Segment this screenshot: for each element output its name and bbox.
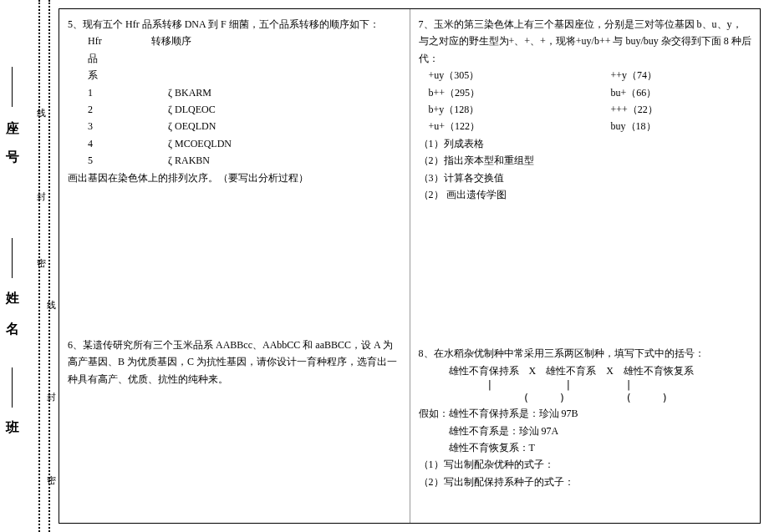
q8-diagram: | | | ( ) ( )	[419, 379, 752, 405]
underline-name	[12, 238, 13, 278]
q8-assume: 假如：雄性不育保持系是：珍汕 97B	[419, 405, 752, 422]
page-frame: 5、现有五个 Hfr 品系转移 DNA 到 F 细菌，五个品系转移的顺序如下： …	[59, 8, 761, 524]
q5-title: 5、现有五个 Hfr 品系转移 DNA 到 F 细菌，五个品系转移的顺序如下：	[68, 16, 401, 33]
underline-class	[12, 367, 13, 408]
label-seat: 座 号	[3, 109, 21, 148]
q7-data: +uy（305）	[419, 67, 519, 84]
q5-row-seq: ζ MCOEQLDN	[168, 135, 232, 152]
q7-data: buy（18）	[611, 118, 711, 134]
q7-data: ++y（74）	[611, 67, 711, 84]
q5-row-n: 1	[68, 84, 101, 101]
q7-item: （3）计算各交换值	[419, 170, 752, 186]
q5-header-b: 转移顺序	[151, 33, 191, 84]
underline-seat	[12, 67, 13, 107]
q7-item: （2）指出亲本型和重组型	[419, 152, 752, 169]
q8-p2: （2）写出制配保持系种子的式子：	[419, 474, 752, 490]
q5-row-seq: ζ DLQEOC	[168, 101, 216, 118]
left-column: 5、现有五个 Hfr 品系转移 DNA 到 F 细菌，五个品系转移的顺序如下： …	[59, 9, 410, 523]
right-column: 7、玉米的第三染色体上有三个基因座位，分别是三对等位基因 b、u、y，与之对应的…	[410, 9, 761, 523]
q8-a3: 雄性不育恢复系：T	[419, 439, 752, 456]
q8-line1: 雄性不育保持系 X 雄性不育系 X 雄性不育恢复系	[419, 362, 752, 379]
q5-row-n: 5	[68, 152, 101, 169]
binding-strip: 座 号 姓 名 班 线 封 密 线 封 密	[0, 0, 59, 532]
q8-a2: 雄性不育系是：珍汕 97A	[419, 423, 752, 439]
q5-header-a: Hfr 品系	[68, 33, 101, 84]
q8-title: 8、在水稻杂优制种中常采用三系两区制种，填写下式中的括号：	[419, 345, 752, 362]
q7-data: +++（22）	[611, 101, 711, 118]
q5-row-seq: ζ BKARM	[168, 84, 211, 101]
q7-data: +u+（122）	[419, 118, 519, 134]
q5-row-seq: ζ RAKBN	[168, 152, 210, 169]
q7-data: b+y（128）	[419, 101, 519, 118]
q5-row-seq: ζ OEQLDN	[168, 118, 216, 134]
q7-data: bu+（66）	[611, 84, 711, 101]
label-class: 班	[3, 409, 21, 418]
label-name: 姓 名	[3, 280, 21, 319]
q5-row-n: 3	[68, 118, 101, 134]
q7-data: b++（295）	[419, 84, 519, 101]
q5-row-n: 4	[68, 135, 101, 152]
q5-tail: 画出基因在染色体上的排列次序。（要写出分析过程）	[68, 170, 401, 186]
dotted-line-1	[38, 0, 40, 532]
q6-text: 6、某遗传研究所有三个玉米品系 AABBcc、AAbbCC 和 aaBBCC，设…	[68, 337, 401, 388]
q8-p1: （1）写出制配杂优种的式子：	[419, 456, 752, 473]
q7-title: 7、玉米的第三染色体上有三个基因座位，分别是三对等位基因 b、u、y，与之对应的…	[419, 16, 752, 67]
q5-row-n: 2	[68, 101, 101, 118]
q7-item: （2） 画出遗传学图	[419, 186, 752, 203]
q7-item: （1）列成表格	[419, 135, 752, 152]
dotted-line-2	[48, 0, 50, 532]
